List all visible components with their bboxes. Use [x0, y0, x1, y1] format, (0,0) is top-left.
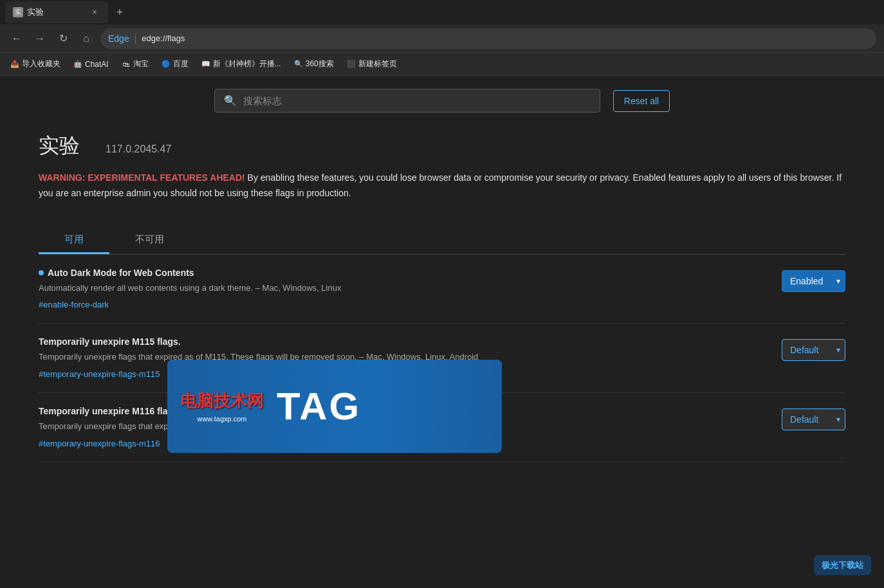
home-button[interactable]: ⌂ — [77, 30, 95, 48]
bookmark-fengshen[interactable]: 📖 新《封神榜》开播... — [196, 56, 286, 72]
bookmark-import[interactable]: 📥 导入收藏夹 — [5, 56, 66, 72]
flag-name-auto-dark: Auto Dark Mode for Web Contents — [39, 268, 769, 278]
tab-title: 实验 — [27, 6, 85, 18]
bookmark-newtab[interactable]: ⬛ 新建标签页 — [342, 56, 402, 72]
back-button[interactable]: ← — [8, 30, 26, 48]
flag-select-wrapper-m115: Default Enabled Disabled — [782, 339, 845, 361]
refresh-button[interactable]: ↻ — [54, 30, 72, 48]
flag-item-auto-dark: Auto Dark Mode for Web Contents Automati… — [39, 255, 845, 324]
new-tab-button[interactable]: + — [111, 3, 129, 21]
flag-select-m116[interactable]: Default Enabled Disabled — [782, 409, 845, 430]
bookmark-chatai-label: ChatAI — [85, 60, 109, 69]
bookmark-taobao[interactable]: 🛍 淘宝 — [116, 56, 154, 72]
flag-control-m115: Default Enabled Disabled — [782, 339, 845, 361]
bookmark-baidu[interactable]: 🔵 百度 — [156, 56, 194, 72]
watermark-cn-text: 电脑技术网 — [180, 390, 264, 412]
chatai-icon: 🤖 — [73, 60, 82, 69]
import-icon: 📥 — [10, 60, 19, 69]
version-text: 117.0.2045.47 — [106, 143, 171, 155]
watermark-overlay: 电脑技术网 www.tagxp.com TAG — [167, 360, 502, 453]
newtab-icon: ⬛ — [347, 60, 356, 69]
forward-button[interactable]: → — [31, 30, 49, 48]
tab-close-button[interactable]: × — [89, 6, 100, 18]
watermark-left: 电脑技术网 www.tagxp.com — [180, 390, 264, 423]
reset-all-button[interactable]: Reset all — [613, 90, 670, 112]
edge-icon: Edge — [108, 33, 129, 44]
warning-text: WARNING: EXPERIMENTAL FEATURES AHEAD! By… — [39, 170, 845, 201]
flag-name-m115: Temporarily unexpire M115 flags. — [39, 336, 769, 347]
taobao-icon: 🛍 — [122, 60, 131, 69]
fengshen-icon: 📖 — [201, 60, 210, 69]
address-separator: | — [134, 33, 137, 44]
tabs-row: 可用 不可用 — [39, 227, 845, 255]
nav-bar: ← → ↻ ⌂ Edge | edge://flags — [0, 24, 884, 53]
page-title: 实验 — [39, 132, 80, 160]
flags-title-section: 实验 117.0.2045.47 WARNING: EXPERIMENTAL F… — [0, 125, 884, 214]
bookmark-360-label: 360搜索 — [306, 59, 334, 69]
watermark-tag-text: TAG — [277, 384, 361, 428]
flags-page: 🔍 Reset all 实验 117.0.2045.47 WARNING: EX… — [0, 76, 884, 588]
warning-label: WARNING: EXPERIMENTAL FEATURES AHEAD! — [39, 172, 245, 183]
flags-title-row: 实验 117.0.2045.47 — [39, 132, 845, 160]
flag-dot-auto-dark — [39, 270, 44, 275]
flag-info-auto-dark: Auto Dark Mode for Web Contents Automati… — [39, 268, 769, 311]
flag-link-m115[interactable]: #temporary-unexpire-flags-m115 — [39, 369, 160, 379]
baidu-icon: 🔵 — [161, 60, 170, 69]
bookmark-newtab-label: 新建标签页 — [358, 59, 397, 69]
flag-control-m116: Default Enabled Disabled — [782, 409, 845, 430]
bottom-watermark-text: 极光下载站 — [822, 560, 863, 570]
tab-unavailable[interactable]: 不可用 — [109, 227, 190, 254]
bookmark-taobao-label: 淘宝 — [133, 59, 149, 69]
flag-select-auto-dark[interactable]: Default Enabled Disabled — [782, 270, 845, 292]
flag-name-text-m116: Temporarily unexpire M116 flags. — [39, 406, 181, 416]
bookmark-baidu-label: 百度 — [173, 59, 189, 69]
search-input[interactable] — [243, 95, 591, 106]
flag-link-auto-dark[interactable]: #enable-force-dark — [39, 300, 109, 309]
flags-list: Auto Dark Mode for Web Contents Automati… — [0, 255, 884, 463]
flag-select-m115[interactable]: Default Enabled Disabled — [782, 339, 845, 361]
flags-header: 🔍 Reset all — [0, 76, 884, 125]
flag-select-wrapper-auto-dark: Default Enabled Disabled — [782, 270, 845, 292]
address-bar[interactable]: Edge | edge://flags — [100, 28, 876, 49]
flag-control-auto-dark: Default Enabled Disabled — [782, 270, 845, 292]
browser-chrome: 实 实验 × + ← → ↻ ⌂ Edge | edge://flags 📥 导… — [0, 0, 884, 76]
search-bar[interactable]: 🔍 — [214, 89, 600, 113]
flag-select-wrapper-m116: Default Enabled Disabled — [782, 409, 845, 430]
flag-desc-auto-dark: Automatically render all web contents us… — [39, 282, 769, 295]
tab-favicon: 实 — [13, 7, 23, 17]
active-tab[interactable]: 实 实验 × — [5, 1, 108, 23]
search-icon: 🔍 — [224, 95, 237, 107]
bookmark-chatai[interactable]: 🤖 ChatAI — [68, 57, 114, 71]
url-text: edge://flags — [142, 33, 185, 43]
flag-name-text-m115: Temporarily unexpire M115 flags. — [39, 336, 181, 347]
bookmarks-bar: 📥 导入收藏夹 🤖 ChatAI 🛍 淘宝 🔵 百度 📖 新《封神榜》开播...… — [0, 53, 884, 76]
360-icon: 🔍 — [294, 60, 303, 69]
bookmark-import-label: 导入收藏夹 — [22, 59, 60, 69]
bookmark-fengshen-label: 新《封神榜》开播... — [213, 59, 281, 69]
flag-name-text-auto-dark: Auto Dark Mode for Web Contents — [48, 268, 194, 278]
tab-bar: 实 实验 × + — [0, 0, 884, 24]
tab-available[interactable]: 可用 — [39, 227, 109, 254]
watermark-url-text: www.tagxp.com — [197, 415, 246, 423]
bookmark-360[interactable]: 🔍 360搜索 — [289, 56, 339, 72]
bottom-right-watermark: 极光下载站 — [814, 555, 871, 575]
flag-link-m116[interactable]: #temporary-unexpire-flags-m116 — [39, 439, 160, 448]
